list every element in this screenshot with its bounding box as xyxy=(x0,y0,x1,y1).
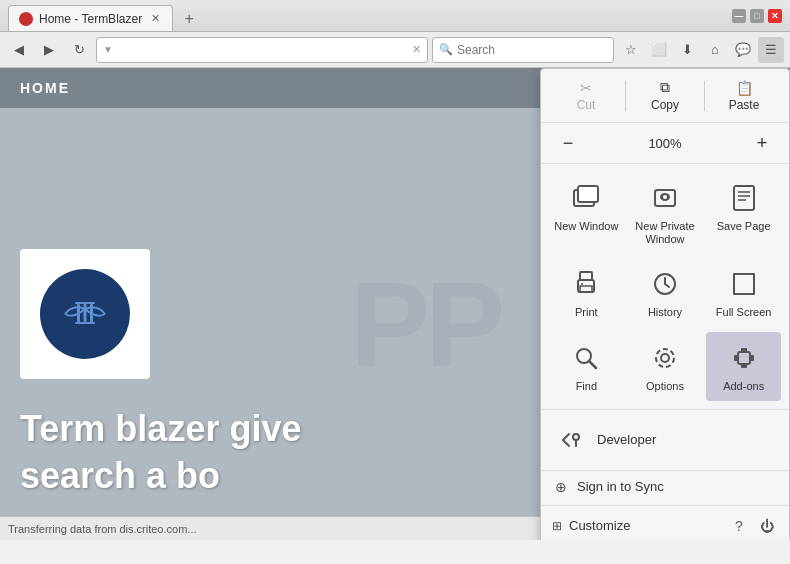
ccp-divider-1 xyxy=(625,81,626,111)
svg-point-10 xyxy=(663,195,667,199)
svg-point-18 xyxy=(581,283,583,285)
zoom-out-button[interactable]: − xyxy=(553,129,583,157)
private-window-icon xyxy=(647,180,683,216)
save-page-label: Save Page xyxy=(717,220,771,233)
menu-button[interactable]: ☰ xyxy=(758,37,784,63)
svg-rect-3 xyxy=(90,304,93,322)
find-item[interactable]: Find xyxy=(549,332,624,401)
active-tab[interactable]: Home - TermBlazer ✕ xyxy=(8,5,173,31)
close-button[interactable]: ✕ xyxy=(768,9,782,23)
maximize-button[interactable]: □ xyxy=(750,9,764,23)
home-button[interactable]: ⌂ xyxy=(702,37,728,63)
logo-circle xyxy=(40,269,130,359)
svg-rect-25 xyxy=(738,352,750,364)
svg-rect-11 xyxy=(734,186,754,210)
help-button[interactable]: ? xyxy=(725,512,753,540)
cut-label: Cut xyxy=(577,98,596,112)
url-clear-button[interactable]: ✕ xyxy=(412,43,421,56)
back-button[interactable]: ◀ xyxy=(6,37,32,63)
fullscreen-label: Full Screen xyxy=(716,306,772,319)
download-button[interactable]: ⬇ xyxy=(674,37,700,63)
save-page-icon xyxy=(726,180,762,216)
cut-icon: ✂ xyxy=(580,80,592,96)
tab-favicon xyxy=(19,12,33,26)
find-icon xyxy=(568,340,604,376)
developer-icon xyxy=(553,422,589,458)
svg-rect-20 xyxy=(734,274,754,294)
fullscreen-icon xyxy=(726,266,762,302)
addons-label: Add-ons xyxy=(723,380,764,393)
ccp-divider-2 xyxy=(704,81,705,111)
history-item[interactable]: History xyxy=(628,258,703,327)
options-label: Options xyxy=(646,380,684,393)
logo-box xyxy=(20,249,150,379)
addons-icon xyxy=(726,340,762,376)
options-item[interactable]: Options xyxy=(628,332,703,401)
copy-button[interactable]: ⧉ Copy xyxy=(628,75,702,116)
developer-item[interactable]: Developer xyxy=(549,414,660,466)
url-input[interactable] xyxy=(117,43,408,57)
new-window-icon xyxy=(568,180,604,216)
copy-label: Copy xyxy=(651,98,679,112)
status-text: Transferring data from dis.criteo.com... xyxy=(8,523,197,535)
tab-bar: Home - TermBlazer ✕ + xyxy=(8,0,732,31)
history-icon xyxy=(647,266,683,302)
print-item[interactable]: Print xyxy=(549,258,624,327)
search-bar-wrapper: 🔍 xyxy=(432,37,614,63)
zoom-row: − 100% + xyxy=(541,123,789,164)
website-text-line2: search a bo xyxy=(20,453,301,500)
svg-line-22 xyxy=(589,361,596,368)
logo-svg xyxy=(55,284,115,344)
svg-rect-5 xyxy=(75,322,95,324)
svg-rect-26 xyxy=(741,348,747,353)
customize-label[interactable]: Customize xyxy=(565,518,725,533)
search-input[interactable] xyxy=(457,43,607,57)
zoom-in-button[interactable]: + xyxy=(747,129,777,157)
menu-grid-top: New Window New Private Window xyxy=(541,164,789,410)
new-window-item[interactable]: New Window xyxy=(549,172,624,254)
tab-title: Home - TermBlazer xyxy=(39,12,142,26)
menu-divider xyxy=(541,505,789,506)
title-bar: Home - TermBlazer ✕ + — □ ✕ xyxy=(0,0,790,32)
zoom-value: 100% xyxy=(583,136,747,151)
private-window-item[interactable]: New Private Window xyxy=(628,172,703,254)
sign-in-row[interactable]: ⊕ Sign in to Sync xyxy=(541,471,789,503)
website-text: Term blazer give search a bo xyxy=(20,406,301,500)
new-window-label: New Window xyxy=(554,220,618,233)
print-label: Print xyxy=(575,306,598,319)
power-button[interactable]: ⏻ xyxy=(753,512,781,540)
watermark: PP xyxy=(350,255,500,393)
search-icon: 🔍 xyxy=(439,43,453,56)
website-text-line1: Term blazer give xyxy=(20,406,301,453)
window-controls: — □ ✕ xyxy=(732,9,782,23)
options-icon xyxy=(647,340,683,376)
cut-copy-paste-row: ✂ Cut ⧉ Copy 📋 Paste xyxy=(541,69,789,123)
fullscreen-item[interactable]: Full Screen xyxy=(706,258,781,327)
addons-item[interactable]: Add-ons xyxy=(706,332,781,401)
url-dropdown-icon[interactable]: ▼ xyxy=(103,44,113,55)
reload-button[interactable]: ↻ xyxy=(66,37,92,63)
paste-button[interactable]: 📋 Paste xyxy=(707,76,781,116)
tab-close-button[interactable]: ✕ xyxy=(148,12,162,26)
svg-point-24 xyxy=(656,349,674,367)
screenshot-button[interactable]: ⬜ xyxy=(646,37,672,63)
minimize-button[interactable]: — xyxy=(732,9,746,23)
svg-rect-27 xyxy=(741,363,747,368)
save-page-item[interactable]: Save Page xyxy=(706,172,781,254)
firefox-menu-popup: ✂ Cut ⧉ Copy 📋 Paste − 100% + xyxy=(540,68,790,540)
svg-point-23 xyxy=(661,354,669,362)
svg-rect-16 xyxy=(580,272,592,280)
history-label: History xyxy=(648,306,682,319)
cut-button[interactable]: ✂ Cut xyxy=(549,76,623,116)
svg-rect-7 xyxy=(578,186,598,202)
svg-rect-29 xyxy=(749,355,754,361)
chat-button[interactable]: 💬 xyxy=(730,37,756,63)
developer-label: Developer xyxy=(597,432,656,448)
find-label: Find xyxy=(576,380,597,393)
new-tab-button[interactable]: + xyxy=(177,7,201,31)
bookmark-star-button[interactable]: ☆ xyxy=(618,37,644,63)
forward-button[interactable]: ▶ xyxy=(36,37,62,63)
paste-icon: 📋 xyxy=(736,80,753,96)
svg-rect-2 xyxy=(84,304,87,322)
svg-rect-28 xyxy=(734,355,739,361)
